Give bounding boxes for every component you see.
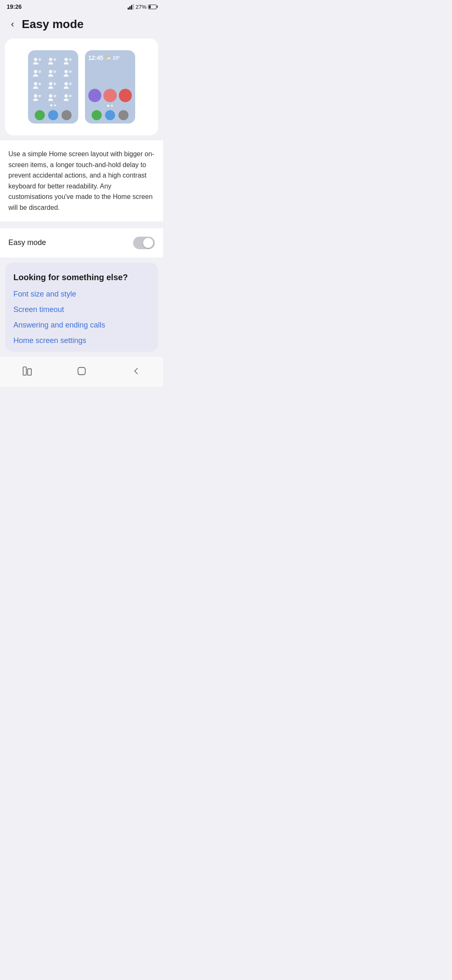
bottom-navigation-bar — [0, 357, 163, 387]
contact-icon: + — [62, 68, 74, 78]
svg-text:+: + — [39, 83, 41, 85]
description-card: Use a simple Home screen layout with big… — [0, 140, 163, 222]
back-icon — [131, 366, 141, 377]
back-button-nav[interactable] — [128, 363, 144, 379]
svg-text:+: + — [69, 59, 71, 61]
status-time: 19:26 — [7, 3, 22, 10]
phone-time: 12:45 ⛅ 23° — [88, 54, 132, 61]
easy-mode-toggle-row: Easy mode — [0, 228, 163, 258]
toggle-thumb — [143, 238, 153, 248]
right-phone-mockup: 12:45 ⛅ 23° — [85, 50, 135, 124]
contact-icon: + — [46, 80, 58, 90]
nav-dots — [31, 104, 75, 106]
preview-card: + + + + + + + + — [5, 39, 158, 135]
weather-icon: ⛅ — [105, 55, 111, 61]
easy-mode-toggle[interactable] — [133, 237, 155, 249]
svg-point-6 — [64, 58, 68, 61]
suggestions-heading: Looking for something else? — [13, 273, 150, 282]
back-chevron-icon: ‹ — [11, 19, 14, 30]
link-home-screen[interactable]: Home screen settings — [13, 336, 150, 345]
phone-clock: 12:45 — [88, 54, 103, 61]
svg-text:+: + — [69, 95, 71, 98]
svg-point-33 — [64, 94, 68, 98]
contact-icon: + — [62, 80, 74, 90]
svg-text:+: + — [69, 83, 71, 85]
contact-icon: + — [31, 80, 43, 90]
contact-grid: + + + + + + + + — [31, 56, 75, 103]
app-icon-red — [119, 89, 132, 102]
contact-icon: + — [46, 93, 58, 103]
contact-icon: + — [62, 56, 74, 66]
contact-icon: + — [31, 68, 43, 78]
svg-point-15 — [64, 70, 68, 73]
svg-point-24 — [64, 82, 68, 85]
battery-percent: 27% — [136, 4, 146, 10]
temp-label: 23° — [113, 55, 120, 60]
svg-text:+: + — [54, 95, 56, 98]
home-button[interactable] — [73, 363, 90, 379]
home-icon — [76, 366, 87, 377]
bottom-nav-right — [85, 110, 135, 120]
bottom-nav-left — [28, 110, 78, 120]
header: ‹ Easy mode — [0, 12, 163, 39]
signal-icon — [128, 4, 134, 10]
page-title: Easy mode — [22, 18, 84, 31]
back-button[interactable]: ‹ — [5, 17, 20, 32]
recent-icon — [22, 366, 33, 377]
contact-icon: + — [46, 68, 58, 78]
description-text: Use a simple Home screen layout with big… — [8, 149, 155, 213]
app-icon-pink — [103, 89, 116, 102]
nav-dots-right — [88, 105, 132, 107]
status-bar: 19:26 27% — [0, 0, 163, 12]
svg-text:+: + — [39, 71, 41, 73]
svg-rect-36 — [23, 367, 26, 375]
recent-apps-button[interactable] — [19, 363, 36, 379]
left-phone-mockup: + + + + + + + + — [28, 50, 78, 124]
app-icons-row — [88, 89, 132, 102]
battery-icon — [148, 5, 157, 9]
contact-icon: + — [46, 56, 58, 66]
svg-point-3 — [49, 58, 52, 61]
svg-point-18 — [34, 82, 37, 85]
svg-text:+: + — [54, 71, 56, 73]
svg-text:+: + — [54, 83, 56, 85]
svg-rect-37 — [28, 369, 31, 375]
contact-icon: + — [31, 56, 43, 66]
svg-rect-38 — [78, 367, 85, 374]
link-answering-calls[interactable]: Answering and ending calls — [13, 321, 150, 330]
link-screen-timeout[interactable]: Screen timeout — [13, 305, 150, 314]
svg-text:+: + — [54, 59, 56, 61]
app-icon-purple — [88, 89, 101, 102]
svg-point-12 — [49, 70, 52, 73]
svg-text:+: + — [39, 95, 41, 98]
svg-point-9 — [34, 70, 37, 73]
contact-icon: + — [31, 93, 43, 103]
svg-point-27 — [34, 94, 37, 98]
status-icons: 27% — [128, 4, 157, 10]
svg-text:+: + — [39, 59, 41, 61]
svg-point-30 — [49, 94, 52, 98]
svg-point-21 — [49, 82, 52, 85]
svg-point-0 — [34, 58, 37, 61]
svg-text:+: + — [69, 71, 71, 73]
suggestions-card: Looking for something else? Font size an… — [5, 263, 158, 352]
contact-icon: + — [62, 93, 74, 103]
toggle-label: Easy mode — [8, 238, 46, 247]
link-font-size[interactable]: Font size and style — [13, 290, 150, 299]
